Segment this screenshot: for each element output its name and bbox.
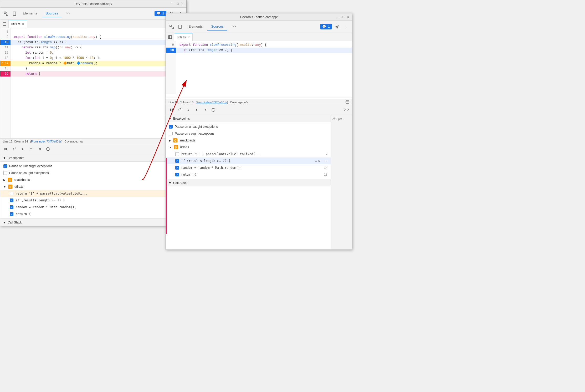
pause-btn-2[interactable] <box>168 106 175 113</box>
breakpoints-title-1: Breakpoints <box>8 156 24 160</box>
pause-btn-1[interactable] <box>2 146 9 152</box>
pause-uncaught-check-2[interactable]: ✓ <box>169 125 173 129</box>
utils-file-row-2[interactable]: ▼ {} utils.ts <box>166 144 331 151</box>
bp-row-2-4[interactable]: ✓ return { 16 <box>166 171 331 178</box>
pause-uncaught-label-2: Pause on uncaught exceptions <box>175 125 218 129</box>
pause-uncaught-check-1[interactable]: ✓ <box>3 164 7 168</box>
bp-code-2-1: return '$' + parseFloat(value).toFixed(.… <box>181 152 261 156</box>
step-out-btn-1[interactable] <box>28 146 34 152</box>
bp-row-1-1[interactable]: return '$' + parseFloat(value).toFi... ✏… <box>0 190 186 197</box>
pause-caught-1[interactable]: Pause on caught exceptions <box>0 170 186 176</box>
bp-check-2-1[interactable] <box>175 152 179 156</box>
snackbar-icon-1: {} <box>8 178 12 182</box>
bp-check-1-1[interactable] <box>10 192 13 195</box>
status-bar-1: Line 16, Column 14 (From index-73f73a80.… <box>0 138 186 144</box>
call-stack-header-2[interactable]: ▼ Call Stack <box>166 179 331 186</box>
bp-check-2-3[interactable]: ✓ <box>175 166 179 170</box>
device-btn-1[interactable] <box>11 10 18 17</box>
file-tab-bar-1: utils.ts ✕ <box>0 20 186 28</box>
edit-pencil-btn-2[interactable]: ✏ <box>315 159 317 163</box>
svg-rect-1 <box>6 14 8 16</box>
breakpoints-header-2[interactable]: ▼ Breakpoints <box>166 115 331 122</box>
settings-btn-2[interactable] <box>333 23 341 30</box>
step-over-btn-2[interactable] <box>176 106 183 113</box>
bp-row-1-2[interactable]: ✓ if (results.length >= 7) { 10 <box>0 197 186 204</box>
code-line-15: } <box>11 66 186 71</box>
sidebar-toggle-1[interactable] <box>0 20 9 28</box>
notification-badge-2[interactable]: 💬 1 <box>320 24 332 29</box>
bp-check-1-3[interactable]: ✓ <box>10 205 13 209</box>
pause-caught-check-2[interactable] <box>169 132 173 135</box>
bp-check-2-4[interactable]: ✓ <box>175 173 179 176</box>
close-tab-btn-2[interactable]: ✕ <box>187 35 190 39</box>
bp-row-1-4[interactable]: ✓ return { 16 <box>0 211 186 217</box>
utils-tab-1[interactable]: utils.ts ✕ <box>9 20 27 28</box>
code-line-8 <box>11 29 186 34</box>
inspect-btn-1[interactable] <box>2 10 10 17</box>
svg-rect-17 <box>172 27 173 29</box>
close-btn-1[interactable]: ✕ <box>181 2 184 6</box>
maximize-btn-2[interactable]: □ <box>342 16 345 19</box>
elements-tab-2[interactable]: Elements <box>185 23 206 30</box>
from-file-link-2[interactable]: From index-73f73a80.js <box>197 101 227 104</box>
notification-badge-1[interactable]: 💬 1 <box>155 11 166 16</box>
bp-check-1-4[interactable]: ✓ <box>10 212 13 216</box>
bp-code-1-3: random = random * Math.random(); <box>16 205 76 209</box>
continue-btn-2[interactable] <box>202 106 208 113</box>
code-line-14: random = random * 🔶Math.🔷random(); <box>11 61 186 66</box>
close-tab-btn-1[interactable]: ✕ <box>22 22 24 26</box>
line-11: 11 <box>0 45 11 50</box>
title-bar-1: DevTools - coffee-cart.app/ − □ ✕ <box>0 0 186 8</box>
more-tabs-2[interactable]: >> <box>228 23 240 30</box>
pause-uncaught-1[interactable]: ✓ Pause on uncaught exceptions <box>0 163 186 170</box>
device-btn-2[interactable] <box>176 23 184 30</box>
snackbar-file-row-2[interactable]: ▶ {} snackbar.ts <box>166 137 331 144</box>
svg-rect-7 <box>3 22 6 26</box>
more-options-btn-2[interactable]: ⋮ <box>342 23 350 30</box>
pause-uncaught-label-1: Pause on uncaught exceptions <box>9 164 52 168</box>
step-into-btn-1[interactable] <box>19 146 26 152</box>
minimize-btn-1[interactable]: − <box>171 2 175 6</box>
more-debug-btn-2[interactable]: >> <box>343 106 350 113</box>
breakpoints-panel-1: ▼ Breakpoints ✓ Pause on uncaught except… <box>0 154 186 218</box>
code-line-16: return { <box>11 71 186 77</box>
snackbar-file-row-1[interactable]: ▶ {} snackbar.ts <box>0 176 186 183</box>
breakpoints-header-1[interactable]: ▼ Breakpoints <box>0 154 186 162</box>
elements-tab-1[interactable]: Elements <box>19 10 41 17</box>
bp-row-2-3[interactable]: ✓ random = random * Math.random(); 14 <box>166 164 331 171</box>
utils-tab-2[interactable]: utils.ts ✕ <box>174 33 193 41</box>
pause-caught-label-1: Pause on caught exceptions <box>9 171 49 175</box>
step-into-btn-2[interactable] <box>185 106 192 113</box>
call-stack-arrow-2: ▼ <box>168 181 172 185</box>
delete-bp-btn-2[interactable]: ✕ <box>318 159 320 163</box>
step-over-btn-1[interactable] <box>11 146 18 152</box>
from-file-link-1[interactable]: From index-73f73a80.js <box>31 140 61 143</box>
coverage-icon-2[interactable] <box>346 100 349 104</box>
minimize-btn-2[interactable]: − <box>337 16 340 19</box>
close-btn-2[interactable]: ✕ <box>346 15 350 19</box>
sources-tab-1[interactable]: Sources <box>42 10 62 17</box>
pause-uncaught-2[interactable]: ✓ Pause on uncaught exceptions <box>166 123 331 130</box>
call-stack-header-1[interactable]: ▼ Call Stack <box>0 218 186 226</box>
bp-linenum-2-1: 2 <box>326 152 327 156</box>
pause-caught-check-1[interactable] <box>3 171 7 175</box>
inspect-btn-2[interactable] <box>168 23 175 30</box>
code-line-9: export function slowProcessing(results: … <box>11 34 186 40</box>
snackbar-icon-2: {} <box>173 138 177 142</box>
deactivate-btn-2[interactable] <box>210 106 217 113</box>
pause-caught-2[interactable]: Pause on caught exceptions <box>166 130 331 137</box>
more-tabs-1[interactable]: >> <box>63 10 74 17</box>
bp-row-2-1[interactable]: return '$' + parseFloat(value).toFixed(.… <box>166 151 331 157</box>
bp-check-1-2[interactable]: ✓ <box>10 198 13 202</box>
deactivate-btn-1[interactable] <box>44 146 51 152</box>
bp-check-2-2[interactable]: ✓ <box>175 159 179 163</box>
bp-row-1-3[interactable]: ✓ random = random * Math.random(); 14 <box>0 204 186 211</box>
continue-btn-1[interactable] <box>36 146 43 152</box>
step-out-btn-2[interactable] <box>193 106 200 113</box>
utils-file-row-1[interactable]: ▼ {} utils.ts <box>0 183 186 190</box>
sources-tab-2[interactable]: Sources <box>207 23 227 30</box>
sidebar-toggle-2[interactable] <box>166 33 174 41</box>
maximize-btn-1[interactable]: □ <box>176 2 179 6</box>
line-10-2: 10 <box>166 48 176 53</box>
bp-row-2-2[interactable]: ✓ if (results.length >= 7) { ✏ ✕ 10 <box>166 157 331 164</box>
